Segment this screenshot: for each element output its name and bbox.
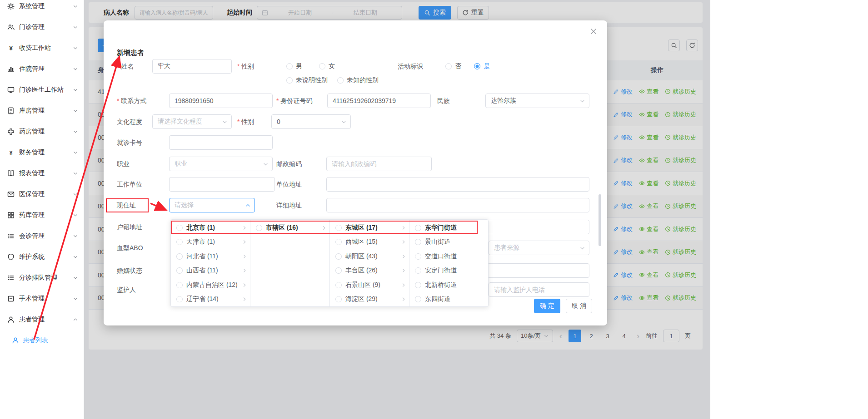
sidebar-item-14[interactable]: 分诊排队管理: [0, 267, 84, 288]
cascader-column-4: 东华门街道景山街道交道口街道安定门街道北新桥街道东四街道: [409, 220, 489, 306]
sidebar-item-3[interactable]: ¥收费工作站: [0, 38, 84, 59]
chevron-right-icon: [242, 254, 247, 259]
cascader-option[interactable]: 内蒙古自治区 (12): [171, 278, 250, 292]
postal-code-input[interactable]: [326, 157, 432, 171]
unit-address-input[interactable]: [326, 177, 589, 192]
contact-input[interactable]: [169, 94, 273, 108]
radio-icon: [176, 253, 183, 260]
sidebar-item-4[interactable]: 住院管理: [0, 59, 84, 79]
sidebar-item-8[interactable]: ¥财务管理: [0, 142, 84, 163]
chevron-right-icon: [242, 282, 247, 288]
detail-address-label: 详细地址: [276, 198, 302, 212]
cascader-option[interactable]: 朝阳区 (43): [330, 249, 409, 264]
cascader-option[interactable]: 山西省 (11): [171, 264, 250, 278]
cascader-option[interactable]: 东华门街道: [409, 221, 489, 235]
work-unit-input[interactable]: [169, 177, 275, 192]
current-address-cascader[interactable]: 请选择: [169, 198, 255, 212]
sidebar-item-12[interactable]: 会诊管理: [0, 226, 84, 246]
chevron-down-icon: [73, 129, 78, 134]
guardian-phone-input[interactable]: [489, 282, 589, 297]
cascader-option[interactable]: 西城区 (15): [330, 235, 409, 250]
radio-checked-icon: [474, 63, 480, 69]
gender-radio-female[interactable]: 女: [319, 59, 335, 74]
sidebar-item-10[interactable]: 医保管理: [0, 184, 84, 205]
occupation-select[interactable]: 职业: [169, 157, 273, 171]
list-icon: [7, 274, 15, 281]
sidebar-item-patient-list[interactable]: 患者列表: [0, 330, 84, 351]
cascader-option[interactable]: 天津市 (1): [171, 235, 250, 250]
name-input[interactable]: [152, 59, 232, 74]
radio-icon: [415, 267, 421, 274]
confirm-button[interactable]: 确 定: [534, 299, 560, 313]
ethnicity-select[interactable]: 达斡尔族: [485, 94, 589, 108]
cascader-option[interactable]: 海淀区 (29): [330, 292, 409, 307]
gender-code-select[interactable]: 0: [271, 114, 351, 129]
radio-icon: [176, 267, 183, 274]
cascader-option-label: 朝阳区 (43): [345, 252, 397, 261]
cancel-button[interactable]: 取 消: [566, 299, 592, 313]
sidebar-item-1[interactable]: 系统管理: [0, 0, 84, 17]
radio-icon: [335, 253, 342, 260]
chevron-down-icon: [73, 171, 78, 176]
radio-icon: [415, 253, 421, 260]
grid-icon: [7, 212, 15, 219]
active-flag-radio-no[interactable]: 否: [445, 59, 461, 74]
sidebar-item-label: 手术管理: [19, 295, 73, 303]
sidebar-item-13[interactable]: 维护系统: [0, 246, 84, 267]
cascader-option-label: 西城区 (15): [345, 238, 397, 246]
cascader-option[interactable]: 市辖区 (16): [250, 221, 329, 235]
cascader-option[interactable]: 丰台区 (26): [330, 264, 409, 278]
modal-scrollbar[interactable]: [599, 194, 601, 246]
id-number-label: 身份证号码: [276, 94, 312, 108]
user-icon: [12, 337, 19, 344]
cascader-option[interactable]: 河北省 (11): [171, 249, 250, 264]
sidebar-item-label: 分诊排队管理: [19, 274, 73, 282]
radio-icon: [335, 225, 342, 231]
ethnicity-label: 民族: [437, 94, 450, 108]
visit-card-input[interactable]: [169, 135, 273, 150]
svg-text:¥: ¥: [9, 149, 13, 156]
gender-code-label: 性别: [237, 114, 254, 129]
sidebar-item-11[interactable]: 药库管理: [0, 205, 84, 226]
cascader-option[interactable]: 景山街道: [409, 235, 489, 250]
cascader-option[interactable]: 北京市 (1): [171, 221, 250, 235]
sidebar-item-label: 系统管理: [19, 2, 73, 10]
close-icon[interactable]: [590, 28, 597, 35]
patient-source-select[interactable]: 患者来源: [489, 241, 589, 255]
sidebar-item-9[interactable]: 报表管理: [0, 163, 84, 184]
cascader-option[interactable]: 安定门街道: [409, 264, 489, 278]
visit-card-label: 就诊卡号: [117, 135, 142, 150]
sidebar-item-15[interactable]: 手术管理: [0, 288, 84, 309]
users-icon: [7, 24, 15, 31]
chevron-down-icon: [73, 108, 78, 113]
sidebar-item-label: 报表管理: [19, 169, 73, 177]
radio-icon: [415, 239, 421, 245]
cascader-option[interactable]: 辽宁省 (14): [171, 292, 250, 307]
detail-address-input[interactable]: [326, 198, 589, 212]
shield-icon: [7, 253, 15, 261]
cascader-option[interactable]: 石景山区 (9): [330, 278, 409, 292]
sidebar-item-16[interactable]: 患者管理: [0, 309, 84, 330]
add-patient-dialog: 新增患者 姓名 性别 男 女 活动标识 否 是 未说明性别 未知的性别 联系方式…: [104, 20, 607, 325]
cascader-option[interactable]: 东城区 (17): [330, 221, 409, 235]
chevron-right-icon: [242, 239, 247, 245]
gender-radio-male[interactable]: 男: [286, 59, 302, 74]
cascader-option[interactable]: 东四街道: [409, 292, 489, 307]
sidebar-item-5[interactable]: 门诊医生工作站: [0, 79, 84, 100]
cascader-option-label: 石景山区 (9): [345, 281, 397, 289]
sidebar-item-label: 药房管理: [19, 128, 73, 136]
gender-radio-unknown[interactable]: 未知的性别: [337, 73, 379, 88]
gender-radio-unspecified[interactable]: 未说明性别: [286, 73, 328, 88]
cascader-option-label: 安定门街道: [425, 266, 486, 275]
sidebar-item-2[interactable]: 门诊管理: [0, 17, 84, 38]
sidebar-item-6[interactable]: 库房管理: [0, 100, 84, 121]
unit-address-label: 单位地址: [276, 177, 302, 192]
active-flag-radio-yes[interactable]: 是: [474, 59, 490, 74]
education-select[interactable]: 请选择文化程度: [152, 114, 232, 129]
radio-icon: [335, 296, 342, 302]
cascader-option[interactable]: 北新桥街道: [409, 278, 489, 292]
id-number-input[interactable]: [327, 94, 431, 108]
chevron-down-icon: [73, 275, 78, 281]
cascader-option[interactable]: 交道口街道: [409, 249, 489, 264]
sidebar-item-7[interactable]: 药房管理: [0, 121, 84, 142]
